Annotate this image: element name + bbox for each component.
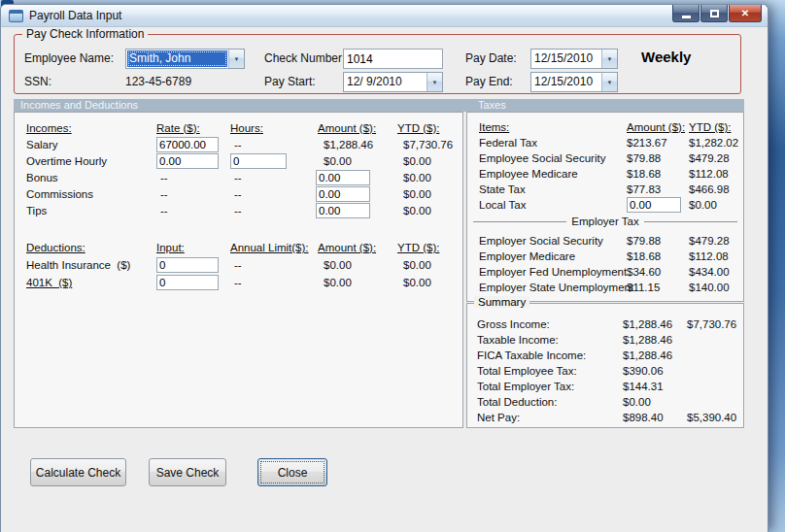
- check-number-input[interactable]: [343, 49, 443, 69]
- separator-line: [473, 221, 566, 222]
- health-insurance-input[interactable]: [156, 257, 219, 273]
- minimize-button[interactable]: [672, 5, 700, 22]
- income-ytd: $0.00: [395, 188, 461, 200]
- summary-amount: $1,288.46: [623, 334, 687, 346]
- summary-amount: $1,288.46: [623, 318, 687, 330]
- local-tax-input[interactable]: [627, 197, 681, 213]
- ssn-label: SSN:: [24, 75, 51, 88]
- col-header: Rate ($):: [156, 122, 230, 134]
- tax-amount: $18.68: [627, 250, 689, 262]
- employer-tax-separator: Employer Tax: [473, 216, 737, 227]
- taxes-panel: Items: Amount ($): YTD ($): Federal Tax …: [466, 112, 744, 302]
- employer-taxes-table: Employer Social Security $79.88 $479.28 …: [479, 233, 730, 295]
- pay-frequency-label: Weekly: [641, 49, 691, 65]
- tips-amount-input[interactable]: [316, 203, 370, 218]
- pay-start-picker[interactable]: 12/ 9/2010 ▼: [343, 72, 443, 92]
- summary-group: Summary Gross Income: $1,288.46 $7,730.7…: [466, 303, 744, 428]
- pay-date-dropdown-button[interactable]: ▼: [601, 50, 617, 68]
- overtime-rate-input[interactable]: [156, 153, 219, 169]
- close-button[interactable]: Close: [257, 458, 327, 486]
- col-header: Hours:: [230, 122, 316, 134]
- pay-end-dropdown-button[interactable]: ▼: [601, 73, 617, 91]
- employer-tax-label: Employer Tax: [571, 216, 638, 227]
- tax-amount: $18.68: [627, 168, 689, 180]
- deduction-amount: $0.00: [316, 259, 395, 271]
- incomes-panel: Incomes: Rate ($): Hours: Amount ($): YT…: [14, 112, 463, 428]
- col-header: Deductions:: [26, 242, 156, 253]
- close-icon: ✕: [741, 8, 749, 18]
- summary-amount: $390.06: [623, 365, 687, 377]
- tax-label: Employer State Unemployment: [479, 282, 627, 293]
- chevron-down-icon: ▼: [432, 80, 438, 85]
- tax-ytd: $112.08: [689, 250, 730, 262]
- tax-ytd: $479.28: [689, 235, 730, 247]
- pay-start-value: 12/ 9/2010: [344, 73, 427, 91]
- income-hours: --: [230, 172, 316, 183]
- save-check-button[interactable]: Save Check: [149, 458, 226, 486]
- tax-label: Local Tax: [479, 199, 627, 211]
- income-rate: --: [156, 188, 230, 200]
- titlebar[interactable]: Payroll Data Input ✕: [1, 5, 768, 27]
- check-number-label: Check Number:: [264, 51, 345, 65]
- tax-amount: $79.88: [627, 235, 689, 247]
- window-controls: ✕: [672, 5, 762, 22]
- overtime-hours-input[interactable]: [230, 153, 287, 169]
- col-header: Amount ($):: [316, 242, 395, 253]
- pay-date-picker[interactable]: 12/15/2010 ▼: [530, 49, 618, 69]
- col-header: Incomes:: [26, 122, 156, 134]
- income-ytd: $0.00: [395, 205, 461, 216]
- summary-label-cell: Taxable Income:: [477, 334, 623, 346]
- section-header-bar: Incomes and Deductions Taxes: [14, 99, 744, 112]
- employee-name-value: Smith, John: [127, 50, 227, 67]
- ssn-value: 123-45-6789: [125, 75, 191, 88]
- commissions-amount-input[interactable]: [316, 186, 370, 202]
- employee-name-dropdown-button[interactable]: ▼: [228, 50, 244, 68]
- tax-amount: $11.15: [627, 282, 689, 293]
- tax-label: Employee Social Security: [479, 152, 627, 164]
- deduction-ytd: $0.00: [395, 259, 461, 271]
- income-rate: --: [156, 172, 230, 183]
- tax-amount: $34.60: [627, 266, 689, 278]
- pay-end-picker[interactable]: 12/15/2010 ▼: [530, 72, 618, 92]
- tax-amount: $79.88: [627, 152, 689, 164]
- income-amount: $0.00: [316, 155, 395, 167]
- pay-date-label: Pay Date:: [465, 51, 517, 65]
- tax-ytd: $466.98: [689, 183, 738, 195]
- summary-table: Gross Income: $1,288.46 $7,730.76 Taxabl…: [477, 316, 736, 425]
- employee-name-select[interactable]: Smith, John ▼: [125, 49, 245, 69]
- salary-rate-input[interactable]: [156, 137, 219, 152]
- col-header: YTD ($):: [395, 122, 461, 134]
- income-rate: --: [156, 205, 230, 216]
- tax-amount: $213.67: [627, 137, 689, 149]
- chevron-down-icon: ▼: [607, 80, 613, 85]
- pay-start-label: Pay Start:: [264, 75, 316, 88]
- separator-line: [644, 221, 737, 222]
- bonus-amount-input[interactable]: [316, 170, 370, 185]
- deduction-label: 401K ($): [26, 277, 156, 288]
- minimize-icon: [682, 16, 691, 18]
- maximize-button[interactable]: [700, 5, 728, 22]
- income-ytd: $0.00: [395, 155, 461, 167]
- income-amount: $1,288.46: [316, 139, 395, 150]
- pay-end-value: 12/15/2010: [531, 73, 601, 91]
- tax-amount: $77.83: [627, 183, 689, 195]
- deduction-ytd: $0.00: [395, 277, 461, 288]
- tax-label: Federal Tax: [479, 137, 627, 149]
- tax-ytd: $1,282.02: [689, 137, 738, 149]
- app-icon: [9, 10, 23, 22]
- calculate-check-button[interactable]: Calculate Check: [30, 458, 126, 486]
- summary-amount: $144.31: [623, 381, 687, 392]
- incomes-table: Incomes: Rate ($): Hours: Amount ($): YT…: [26, 119, 461, 218]
- col-header: Amount ($):: [627, 121, 689, 133]
- summary-label-cell: Net Pay:: [477, 412, 623, 423]
- close-window-button[interactable]: ✕: [729, 5, 762, 22]
- deduction-amount: $0.00: [316, 277, 395, 288]
- summary-label-cell: Gross Income:: [477, 318, 623, 330]
- window-title: Payroll Data Input: [29, 9, 121, 22]
- chevron-down-icon: ▼: [234, 56, 240, 62]
- pay-start-dropdown-button[interactable]: ▼: [427, 73, 442, 91]
- pay-end-label: Pay End:: [465, 75, 513, 88]
- income-hours: --: [230, 205, 316, 216]
- 401k-input[interactable]: [156, 275, 219, 290]
- summary-label-cell: FICA Taxable Income:: [477, 349, 623, 361]
